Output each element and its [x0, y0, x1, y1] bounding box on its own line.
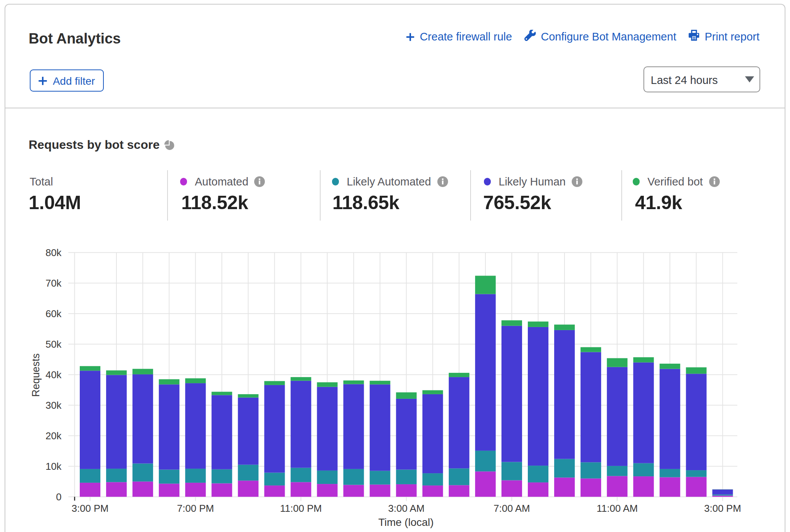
svg-text:Requests: Requests	[30, 353, 42, 397]
svg-text:10k: 10k	[45, 461, 62, 472]
svg-text:40k: 40k	[45, 369, 62, 380]
svg-text:0: 0	[56, 491, 61, 503]
svg-text:11:00 AM: 11:00 AM	[597, 503, 638, 514]
svg-text:3:00 PM: 3:00 PM	[72, 503, 109, 514]
svg-text:30k: 30k	[45, 400, 62, 411]
svg-text:70k: 70k	[45, 277, 62, 289]
svg-text:11:00 PM: 11:00 PM	[280, 503, 322, 514]
svg-text:20k: 20k	[45, 430, 62, 442]
svg-text:7:00 AM: 7:00 AM	[493, 503, 530, 514]
svg-text:7:00 PM: 7:00 PM	[177, 503, 214, 514]
svg-text:50k: 50k	[45, 339, 62, 350]
svg-text:3:00 AM: 3:00 AM	[388, 503, 424, 514]
svg-text:Time (local): Time (local)	[378, 516, 434, 528]
svg-text:80k: 80k	[45, 247, 62, 258]
svg-text:60k: 60k	[45, 308, 62, 319]
svg-text:3:00 PM: 3:00 PM	[704, 503, 741, 514]
